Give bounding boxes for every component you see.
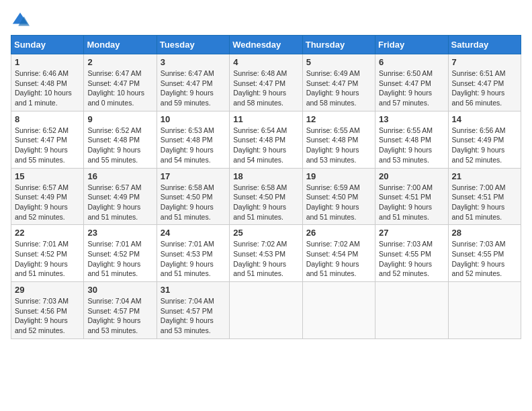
day-number: 4	[233, 57, 298, 67]
day-number: 7	[452, 57, 517, 67]
day-number: 25	[233, 228, 298, 238]
day-info: Sunrise: 6:59 AMSunset: 4:50 PMDaylight:…	[306, 183, 371, 222]
calendar-cell: 1 Sunrise: 6:46 AMSunset: 4:48 PMDayligh…	[11, 54, 84, 111]
day-info: Sunrise: 7:04 AMSunset: 4:57 PMDaylight:…	[87, 296, 152, 336]
day-info: Sunrise: 6:51 AMSunset: 4:47 PMDaylight:…	[452, 68, 517, 108]
calendar-header-row: SundayMondayTuesdayWednesdayThursdayFrid…	[11, 36, 521, 54]
calendar-cell: 26 Sunrise: 7:02 AMSunset: 4:54 PMDaylig…	[302, 225, 375, 282]
logo	[11, 11, 32, 30]
calendar-cell: 13 Sunrise: 6:55 AMSunset: 4:48 PMDaylig…	[375, 111, 448, 168]
day-info: Sunrise: 6:56 AMSunset: 4:49 PMDaylight:…	[452, 126, 517, 165]
calendar-cell: 28 Sunrise: 7:03 AMSunset: 4:55 PMDaylig…	[448, 225, 521, 282]
day-number: 12	[306, 114, 371, 124]
day-info: Sunrise: 6:47 AMSunset: 4:47 PMDaylight:…	[87, 68, 152, 108]
day-info: Sunrise: 6:50 AMSunset: 4:47 PMDaylight:…	[379, 68, 444, 108]
day-info: Sunrise: 7:00 AMSunset: 4:51 PMDaylight:…	[452, 183, 517, 222]
day-info: Sunrise: 7:02 AMSunset: 4:53 PMDaylight:…	[233, 239, 298, 279]
day-info: Sunrise: 7:04 AMSunset: 4:57 PMDaylight:…	[161, 296, 226, 336]
calendar-week-row: 1 Sunrise: 6:46 AMSunset: 4:48 PMDayligh…	[11, 54, 521, 111]
day-number: 17	[161, 171, 226, 181]
day-number: 28	[452, 228, 517, 238]
calendar-cell: 18 Sunrise: 6:58 AMSunset: 4:50 PMDaylig…	[230, 168, 302, 225]
day-number: 26	[306, 228, 371, 238]
column-header-friday: Friday	[375, 36, 448, 54]
calendar-cell: 4 Sunrise: 6:48 AMSunset: 4:47 PMDayligh…	[230, 54, 302, 111]
day-number: 10	[161, 114, 226, 124]
day-number: 24	[161, 228, 226, 238]
day-info: Sunrise: 6:47 AMSunset: 4:47 PMDaylight:…	[161, 68, 226, 108]
day-info: Sunrise: 6:49 AMSunset: 4:47 PMDaylight:…	[306, 68, 371, 108]
day-number: 31	[161, 285, 226, 295]
day-info: Sunrise: 6:46 AMSunset: 4:48 PMDaylight:…	[15, 68, 80, 108]
calendar-table: SundayMondayTuesdayWednesdayThursdayFrid…	[11, 35, 521, 339]
calendar-cell: 9 Sunrise: 6:52 AMSunset: 4:48 PMDayligh…	[84, 111, 157, 168]
day-number: 22	[15, 228, 80, 238]
calendar-cell: 21 Sunrise: 7:00 AMSunset: 4:51 PMDaylig…	[448, 168, 521, 225]
logo-icon	[11, 11, 30, 30]
day-number: 27	[379, 228, 444, 238]
calendar-cell	[230, 282, 302, 339]
day-info: Sunrise: 7:01 AMSunset: 4:53 PMDaylight:…	[161, 239, 226, 279]
calendar-cell: 16 Sunrise: 6:57 AMSunset: 4:49 PMDaylig…	[84, 168, 157, 225]
day-info: Sunrise: 6:58 AMSunset: 4:50 PMDaylight:…	[161, 183, 226, 222]
calendar-week-row: 15 Sunrise: 6:57 AMSunset: 4:49 PMDaylig…	[11, 168, 521, 225]
day-info: Sunrise: 7:03 AMSunset: 4:55 PMDaylight:…	[379, 239, 444, 279]
column-header-sunday: Sunday	[11, 36, 84, 54]
day-number: 18	[233, 171, 298, 181]
day-number: 20	[379, 171, 444, 181]
calendar-cell: 10 Sunrise: 6:53 AMSunset: 4:48 PMDaylig…	[157, 111, 229, 168]
calendar-week-row: 29 Sunrise: 7:03 AMSunset: 4:56 PMDaylig…	[11, 282, 521, 339]
column-header-wednesday: Wednesday	[230, 36, 302, 54]
day-info: Sunrise: 6:48 AMSunset: 4:47 PMDaylight:…	[233, 68, 298, 108]
day-number: 3	[161, 57, 226, 67]
column-header-monday: Monday	[84, 36, 157, 54]
day-number: 16	[87, 171, 152, 181]
calendar-cell	[302, 282, 375, 339]
day-info: Sunrise: 7:00 AMSunset: 4:51 PMDaylight:…	[379, 183, 444, 222]
calendar-cell: 12 Sunrise: 6:55 AMSunset: 4:48 PMDaylig…	[302, 111, 375, 168]
calendar-cell: 22 Sunrise: 7:01 AMSunset: 4:52 PMDaylig…	[11, 225, 84, 282]
calendar-cell: 29 Sunrise: 7:03 AMSunset: 4:56 PMDaylig…	[11, 282, 84, 339]
day-info: Sunrise: 6:57 AMSunset: 4:49 PMDaylight:…	[15, 183, 80, 222]
calendar-week-row: 22 Sunrise: 7:01 AMSunset: 4:52 PMDaylig…	[11, 225, 521, 282]
day-info: Sunrise: 7:01 AMSunset: 4:52 PMDaylight:…	[87, 239, 152, 279]
day-info: Sunrise: 6:55 AMSunset: 4:48 PMDaylight:…	[306, 126, 371, 165]
day-info: Sunrise: 6:52 AMSunset: 4:48 PMDaylight:…	[87, 126, 152, 165]
calendar-cell: 11 Sunrise: 6:54 AMSunset: 4:48 PMDaylig…	[230, 111, 302, 168]
day-number: 23	[87, 228, 152, 238]
calendar-cell: 17 Sunrise: 6:58 AMSunset: 4:50 PMDaylig…	[157, 168, 229, 225]
calendar-week-row: 8 Sunrise: 6:52 AMSunset: 4:47 PMDayligh…	[11, 111, 521, 168]
day-info: Sunrise: 7:03 AMSunset: 4:56 PMDaylight:…	[15, 296, 80, 336]
day-info: Sunrise: 6:58 AMSunset: 4:50 PMDaylight:…	[233, 183, 298, 222]
day-number: 13	[379, 114, 444, 124]
calendar-cell: 7 Sunrise: 6:51 AMSunset: 4:47 PMDayligh…	[448, 54, 521, 111]
calendar-cell: 8 Sunrise: 6:52 AMSunset: 4:47 PMDayligh…	[11, 111, 84, 168]
page-header	[11, 11, 521, 30]
day-number: 6	[379, 57, 444, 67]
calendar-cell	[375, 282, 448, 339]
day-info: Sunrise: 6:54 AMSunset: 4:48 PMDaylight:…	[233, 126, 298, 165]
column-header-tuesday: Tuesday	[157, 36, 229, 54]
calendar-cell: 5 Sunrise: 6:49 AMSunset: 4:47 PMDayligh…	[302, 54, 375, 111]
day-number: 5	[306, 57, 371, 67]
day-number: 19	[306, 171, 371, 181]
calendar-cell: 19 Sunrise: 6:59 AMSunset: 4:50 PMDaylig…	[302, 168, 375, 225]
calendar-cell: 20 Sunrise: 7:00 AMSunset: 4:51 PMDaylig…	[375, 168, 448, 225]
calendar-cell	[448, 282, 521, 339]
day-number: 14	[452, 114, 517, 124]
day-number: 15	[15, 171, 80, 181]
calendar-cell: 25 Sunrise: 7:02 AMSunset: 4:53 PMDaylig…	[230, 225, 302, 282]
day-info: Sunrise: 6:53 AMSunset: 4:48 PMDaylight:…	[161, 126, 226, 165]
calendar-cell: 30 Sunrise: 7:04 AMSunset: 4:57 PMDaylig…	[84, 282, 157, 339]
calendar-cell: 3 Sunrise: 6:47 AMSunset: 4:47 PMDayligh…	[157, 54, 229, 111]
column-header-saturday: Saturday	[448, 36, 521, 54]
calendar-cell: 27 Sunrise: 7:03 AMSunset: 4:55 PMDaylig…	[375, 225, 448, 282]
day-info: Sunrise: 7:03 AMSunset: 4:55 PMDaylight:…	[452, 239, 517, 279]
day-info: Sunrise: 7:01 AMSunset: 4:52 PMDaylight:…	[15, 239, 80, 279]
day-number: 8	[15, 114, 80, 124]
day-info: Sunrise: 7:02 AMSunset: 4:54 PMDaylight:…	[306, 239, 371, 279]
day-info: Sunrise: 6:55 AMSunset: 4:48 PMDaylight:…	[379, 126, 444, 165]
day-number: 1	[15, 57, 80, 67]
calendar-cell: 14 Sunrise: 6:56 AMSunset: 4:49 PMDaylig…	[448, 111, 521, 168]
calendar-cell: 31 Sunrise: 7:04 AMSunset: 4:57 PMDaylig…	[157, 282, 229, 339]
